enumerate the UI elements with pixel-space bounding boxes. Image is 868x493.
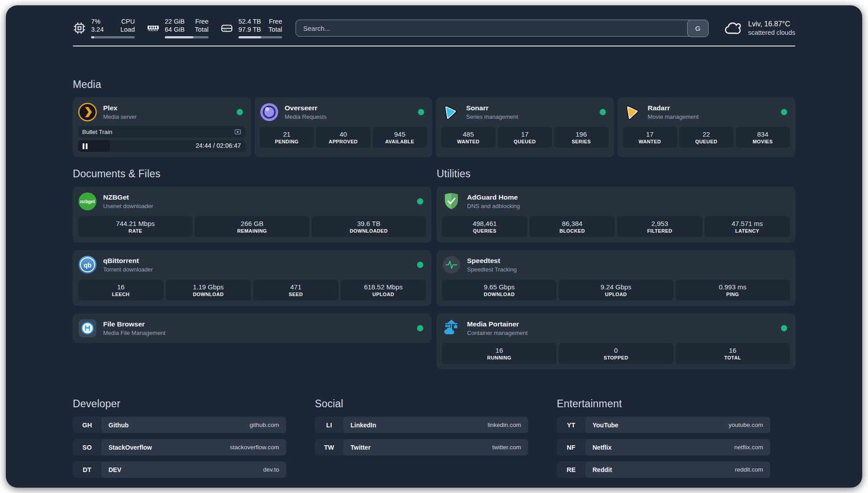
bookmark-youtube[interactable]: YT YouTube youtube.com <box>557 417 770 433</box>
bookmark-list: YT YouTube youtube.com NF Netflix netfli… <box>557 417 770 478</box>
stat-download: 9.65 Gbps DOWNLOAD <box>442 280 556 301</box>
section-title-media: Media <box>73 79 795 91</box>
search-provider-button[interactable]: G <box>687 20 709 37</box>
bookmark-name: YouTube <box>593 422 618 429</box>
stat-label: QUEUED <box>501 139 550 144</box>
app-name: Media Portainer <box>467 320 528 328</box>
stat-value: 16 <box>445 346 554 355</box>
stat-wanted: 485 WANTED <box>441 127 496 148</box>
status-dot <box>417 325 423 331</box>
pause-icon[interactable] <box>83 143 88 149</box>
bookmark-main: LinkedIn linkedin.com <box>343 417 528 433</box>
bookmark-group-developer: Developer GH Github github.com SO StackO… <box>73 398 286 478</box>
app-description: Usenet downloader <box>103 202 153 210</box>
bookmark-stackoverflow[interactable]: SO StackOverflow stackoverflow.com <box>73 439 286 455</box>
weather-widget: Lviv, 16.87°C scattered clouds <box>723 19 795 38</box>
app-card-adguard-home[interactable]: AdGuard Home DNS and adblocking 498,461 … <box>437 187 795 242</box>
bookmark-main: Reddit reddit.com <box>585 461 770 478</box>
bookmark-groups: Developer GH Github github.com SO StackO… <box>73 398 795 478</box>
search-bar[interactable]: G <box>296 20 708 37</box>
stat-value: 744.21 Mbps <box>81 219 190 228</box>
bookmark-url: dev.to <box>263 466 279 473</box>
stat-stopped: 0 STOPPED <box>559 343 673 364</box>
status-dot <box>600 109 606 115</box>
stat-label: PENDING <box>263 139 312 144</box>
stat-label: WANTED <box>444 139 493 144</box>
search-input[interactable] <box>296 25 708 32</box>
lower-columns: Documents & Files nzbget NZBGet Usenet d… <box>73 168 795 369</box>
stat-tiles: 16 RUNNING 0 STOPPED 16 TOTAL <box>442 343 790 364</box>
bookmark-abbr: YT <box>557 417 585 433</box>
app-name: Sonarr <box>466 104 518 112</box>
app-card-speedtest[interactable]: Speedtest Speedtest Tracking 9.65 Gbps D… <box>437 250 795 306</box>
bookmark-dev[interactable]: DT DEV dev.to <box>73 461 286 478</box>
app-meta: Sonarr Series management <box>466 104 518 121</box>
stat-pending: 21 PENDING <box>260 127 314 148</box>
stat-label: APPROVED <box>319 139 368 144</box>
bookmark-url: twitter.com <box>492 444 521 451</box>
stat-value: 64 GiB <box>165 26 184 34</box>
app-card-media-portainer[interactable]: Media Portainer Container management 16 … <box>437 313 795 369</box>
bookmark-group-title: Social <box>315 398 528 410</box>
radarr-icon <box>623 103 642 121</box>
now-playing-title: Bullet Train <box>82 129 113 135</box>
app-description: Media File Management <box>103 329 165 337</box>
bookmark-netflix[interactable]: NF Netflix netflix.com <box>557 439 770 455</box>
stat-value: 52.4 TB <box>238 18 261 26</box>
stat-download: 1.19 Gbps DOWNLOAD <box>166 280 251 301</box>
qbittorrent-icon: qb <box>78 255 97 274</box>
app-description: Torrent downloader <box>103 266 153 273</box>
stat-value: 9.65 Gbps <box>445 283 554 291</box>
bookmark-url: reddit.com <box>735 466 763 473</box>
bookmark-group-title: Entertainment <box>557 398 770 410</box>
stat-tiles: 485 WANTED 17 QUEUED 196 SERIES <box>441 127 609 148</box>
app-meta: qBittorrent Torrent downloader <box>103 256 153 273</box>
bookmark-linkedin[interactable]: LI LinkedIn linkedin.com <box>315 417 528 433</box>
stat-filtered: 2,953 FILTERED <box>617 216 702 237</box>
app-name: Radarr <box>648 104 699 112</box>
app-card-qbittorrent[interactable]: qb qBittorrent Torrent downloader 16 LEE… <box>73 250 431 306</box>
app-description: Speedtest Tracking <box>467 266 517 273</box>
topbar-divider <box>73 46 795 46</box>
app-card-sonarr[interactable]: Sonarr Series management 485 WANTED 17 Q… <box>436 97 614 157</box>
stat-wanted: 17 WANTED <box>623 127 677 148</box>
stat-value: 498,461 <box>445 219 525 228</box>
documents-card-stack: nzbget NZBGet Usenet downloader 744.21 M… <box>73 187 431 343</box>
app-card-nzbget[interactable]: nzbget NZBGet Usenet downloader 744.21 M… <box>73 187 431 242</box>
app-card-radarr[interactable]: Radarr Movie management 17 WANTED 22 QUE… <box>618 97 796 157</box>
stat-value: 7% <box>91 18 100 26</box>
player-progress-bar[interactable]: 24:44 / 02:06:47 <box>78 140 246 152</box>
stat-label: UPLOAD <box>343 292 423 297</box>
stat-tiles: 17 WANTED 22 QUEUED 834 MOVIES <box>623 127 790 148</box>
stat-label: LEECH <box>81 292 161 297</box>
stat-value: 945 <box>376 130 425 138</box>
stat-value: 196 <box>557 130 606 138</box>
stat-label: CPU <box>121 18 135 26</box>
stat-value: 3.24 <box>91 26 104 34</box>
status-dot <box>417 262 423 268</box>
portainer-icon <box>442 319 461 338</box>
disk-icon <box>220 21 234 35</box>
bookmark-twitter[interactable]: TW Twitter twitter.com <box>315 439 528 455</box>
bookmark-group-entertainment: Entertainment YT YouTube youtube.com NF … <box>557 398 770 478</box>
bookmark-main: Twitter twitter.com <box>343 439 528 455</box>
app-card-header: nzbget NZBGet Usenet downloader <box>78 192 426 211</box>
app-description: Movie management <box>648 113 699 121</box>
bookmark-name: DEV <box>108 466 121 473</box>
bookmark-reddit[interactable]: RE Reddit reddit.com <box>557 461 770 478</box>
section-media: Media Plex Media server Bullet Train 24:… <box>73 79 795 157</box>
status-dot <box>418 109 424 115</box>
stat-label: PING <box>678 292 787 297</box>
stat-tiles: 744.21 Mbps RATE 266 GB REMAINING 39.6 T… <box>78 216 426 237</box>
bookmark-github[interactable]: GH Github github.com <box>73 417 286 433</box>
app-card-plex[interactable]: Plex Media server Bullet Train 24:44 / 0… <box>73 97 251 157</box>
stat-label: SERIES <box>557 139 606 144</box>
app-meta: Speedtest Speedtest Tracking <box>467 256 517 273</box>
stat-label: SEED <box>256 292 336 297</box>
stat-tiles: 21 PENDING 40 APPROVED 945 AVAILABLE <box>260 127 427 148</box>
sonarr-icon <box>441 103 460 121</box>
app-name: AdGuard Home <box>467 193 520 201</box>
app-card-file-browser[interactable]: File Browser Media File Management <box>73 313 431 343</box>
app-card-overseerr[interactable]: Overseerr Media Requests 21 PENDING 40 A… <box>255 97 433 157</box>
bookmark-abbr: GH <box>73 417 101 433</box>
